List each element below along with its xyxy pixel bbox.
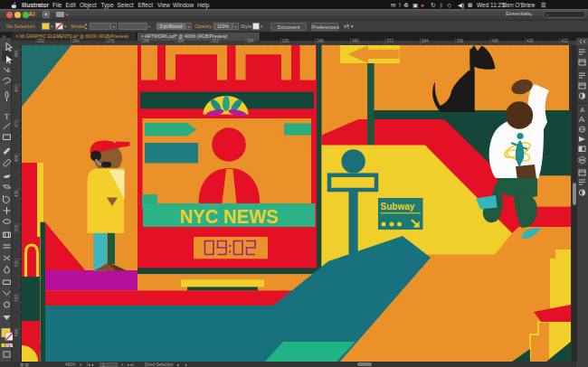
svg-text:288: 288: [142, 39, 149, 43]
svg-text:396: 396: [457, 39, 464, 43]
svg-text:496: 496: [14, 190, 19, 197]
svg-text:252: 252: [38, 39, 45, 43]
svg-text:T: T: [5, 112, 10, 121]
svg-text:300: 300: [177, 39, 185, 43]
svg-text:448: 448: [14, 51, 19, 58]
svg-text:276: 276: [108, 39, 115, 43]
svg-text:336: 336: [282, 39, 289, 43]
svg-text:420: 420: [526, 39, 534, 43]
svg-text:384: 384: [422, 39, 429, 43]
svg-text:432: 432: [562, 39, 569, 43]
svg-text:A: A: [580, 107, 584, 113]
svg-text:372: 372: [387, 39, 394, 43]
svg-text:Subway: Subway: [381, 202, 415, 212]
svg-text:360: 360: [352, 39, 359, 43]
svg-text:460: 460: [14, 85, 19, 92]
svg-text:544: 544: [14, 329, 19, 336]
svg-text:312: 312: [213, 39, 220, 43]
svg-text:348: 348: [317, 39, 324, 43]
svg-text:408: 408: [491, 39, 498, 43]
svg-text:472: 472: [14, 120, 19, 127]
svg-text:484: 484: [14, 155, 19, 162]
svg-text:264: 264: [72, 39, 80, 43]
svg-text:532: 532: [14, 295, 19, 302]
svg-text:520: 520: [14, 259, 19, 267]
svg-text:508: 508: [14, 225, 19, 232]
svg-text:NYC NEWS: NYC NEWS: [180, 206, 279, 228]
svg-text:324: 324: [247, 39, 254, 43]
